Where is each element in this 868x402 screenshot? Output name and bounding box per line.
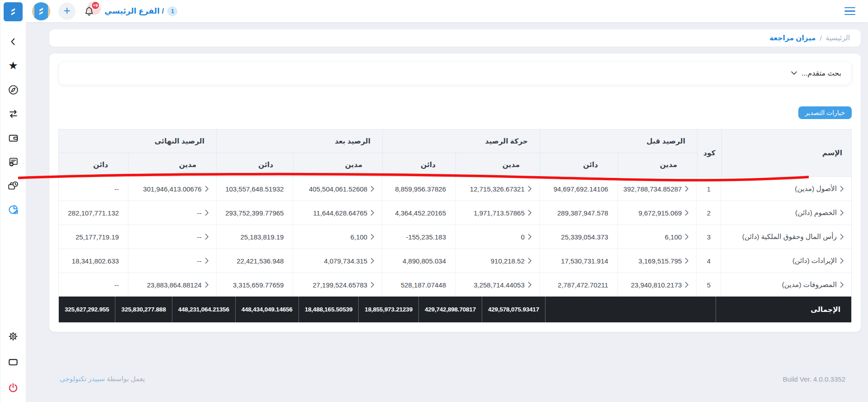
cell-before-debit[interactable]: 392,788,734.85287 [617, 177, 697, 201]
cell-value: -- [197, 233, 202, 241]
col-header-name: الإسم [721, 129, 851, 177]
chevron-right-icon[interactable] [840, 258, 844, 264]
branch-title[interactable]: الفرع الرئيسي / 1 [104, 6, 177, 16]
cell-name[interactable]: المصروفات (مدين) [721, 273, 851, 297]
cell-final-credit: -- [59, 273, 128, 297]
swap-arrows-icon[interactable] [7, 108, 19, 120]
chevron-right-icon[interactable] [205, 234, 209, 240]
subheader-movement-debit: مدين [455, 153, 540, 177]
cell-after-debit[interactable]: 27,199,524.65783 [293, 273, 382, 297]
compass-icon[interactable] [7, 84, 19, 96]
chevron-right-icon[interactable] [528, 258, 532, 264]
cell-after-debit[interactable]: 405,504,061.52608 [293, 177, 382, 201]
chevron-right-icon[interactable] [840, 210, 844, 216]
chevron-right-icon[interactable] [528, 282, 532, 288]
breadcrumb-home-link[interactable]: الرئيسية [826, 34, 850, 42]
chevron-right-icon[interactable] [205, 186, 209, 192]
cell-value: 1 [707, 185, 711, 193]
cell-name[interactable]: الأصول (مدين) [721, 177, 851, 201]
cell-value: 6,100 [351, 233, 368, 241]
cell-value: المصروفات (مدين) [782, 281, 837, 289]
cell-final-credit: 18,341,802.633 [59, 249, 128, 273]
chevron-right-icon[interactable] [685, 282, 689, 288]
cell-value: الخصوم (دائن) [795, 209, 837, 217]
cell-movement-debit[interactable]: 1,971,713.57865 [455, 201, 539, 225]
chevron-right-icon[interactable] [685, 258, 689, 264]
briefcase-clock-icon[interactable] [7, 180, 19, 191]
cell-before-debit[interactable]: 23,940,810.2173 [617, 273, 697, 297]
chevron-right-icon[interactable] [528, 234, 532, 240]
cell-final-debit[interactable]: -- [128, 249, 216, 273]
collapse-chevron-icon[interactable] [7, 36, 19, 48]
cell-final-debit[interactable]: -- [128, 201, 216, 225]
chevron-right-icon[interactable] [370, 282, 375, 288]
settings-gear-icon[interactable] [7, 330, 19, 342]
cell-name[interactable]: الإيرادات (دائن) [721, 249, 851, 273]
sidebar-logo[interactable] [4, 2, 23, 21]
main-card: بحث متقدم... خيارات التصدير الإسم كود ال… [49, 53, 861, 332]
cell-code: 2 [696, 201, 721, 225]
invoice-return-icon[interactable] [7, 156, 19, 168]
cell-final-debit[interactable]: 301,946,413.00676 [128, 177, 216, 201]
cell-value: 17,530,731.914 [561, 257, 608, 265]
total-final-credit: 325,627,292.955 [59, 297, 115, 322]
breadcrumb-separator: / [820, 34, 821, 42]
chevron-right-icon[interactable] [205, 282, 209, 288]
cell-final-credit: -- [59, 177, 128, 201]
powered-by-prefix: يعمل بواسطة [107, 375, 145, 383]
chevron-right-icon[interactable] [840, 234, 844, 240]
build-version: Build Ver. 4.0.0.3352 [783, 375, 845, 383]
hamburger-menu-button[interactable] [844, 7, 855, 15]
chevron-right-icon[interactable] [370, 186, 375, 192]
cell-before-credit: 94,697,692.14106 [539, 177, 617, 201]
power-icon[interactable] [7, 382, 19, 394]
cell-value: 25,177,719.19 [76, 233, 119, 241]
cell-after-debit[interactable]: 4,079,734.315 [293, 249, 382, 273]
cell-movement-credit: 4,890,805.034 [382, 249, 455, 273]
chevron-right-icon[interactable] [205, 210, 209, 216]
powered-by-brand-link[interactable]: سبيدر تكنولوجى [60, 375, 105, 383]
notification-bell-button[interactable]: +9 [82, 2, 100, 20]
chevron-right-icon[interactable] [840, 282, 844, 288]
chevron-right-icon[interactable] [370, 210, 375, 216]
cell-before-debit[interactable]: 6,100 [617, 225, 697, 249]
cell-movement-debit[interactable]: 0 [455, 225, 539, 249]
window-icon[interactable] [7, 356, 19, 368]
cell-after-debit[interactable]: 6,100 [293, 225, 382, 249]
export-options-button[interactable]: خيارات التصدير [798, 106, 852, 119]
cell-movement-debit[interactable]: 910,218.52 [455, 249, 539, 273]
cell-movement-debit[interactable]: 12,715,326.67321 [455, 177, 539, 201]
wallet-icon[interactable] [7, 132, 19, 144]
subheader-before-debit: مدين [618, 153, 697, 177]
chevron-right-icon[interactable] [840, 186, 844, 192]
cell-value: 4,079,734.315 [324, 257, 367, 265]
chevron-right-icon[interactable] [370, 258, 375, 264]
chevron-right-icon[interactable] [528, 186, 532, 192]
totals-row: 325,627,292.955325,830,277.888448,231,06… [59, 297, 851, 322]
cell-movement-debit[interactable]: 3,258,714.44053 [455, 273, 539, 297]
total-before-debit: 429,578,075.93417 [482, 297, 545, 322]
cell-value: 293,752,399.77965 [225, 209, 284, 217]
advanced-search-accordion[interactable]: بحث متقدم... [58, 61, 852, 85]
cell-value: 155,235.183- [406, 233, 446, 241]
cell-final-debit[interactable]: 23,883,864.88124 [128, 273, 216, 297]
chevron-right-icon[interactable] [685, 234, 689, 240]
cell-before-debit[interactable]: 9,672,915.069 [617, 201, 697, 225]
cell-name[interactable]: الخصوم (دائن) [721, 201, 851, 225]
table-row: الأصول (مدين)1392,788,734.8528794,697,69… [59, 177, 851, 201]
group-balance-movement: حركة الرصيد مدين دائن [382, 129, 540, 177]
cell-after-debit[interactable]: 11,644,628.64765 [293, 201, 382, 225]
chevron-right-icon[interactable] [685, 186, 689, 192]
cell-final-debit[interactable]: -- [128, 225, 216, 249]
chevron-right-icon[interactable] [370, 234, 375, 240]
chevron-right-icon[interactable] [685, 210, 689, 216]
chevron-right-icon[interactable] [528, 210, 532, 216]
cell-value: 4,890,805.034 [403, 257, 446, 265]
cell-movement-credit: 155,235.183- [382, 225, 455, 249]
star-favorites-icon[interactable]: ★ [7, 60, 19, 72]
chevron-right-icon[interactable] [205, 258, 209, 264]
pie-chart-reports-icon[interactable] [7, 204, 19, 215]
plus-button[interactable]: + [58, 3, 76, 20]
cell-before-debit[interactable]: 3,169,515.795 [617, 249, 697, 273]
cell-name[interactable]: رأس المال وحقوق الملكية (دائن) [721, 225, 851, 249]
